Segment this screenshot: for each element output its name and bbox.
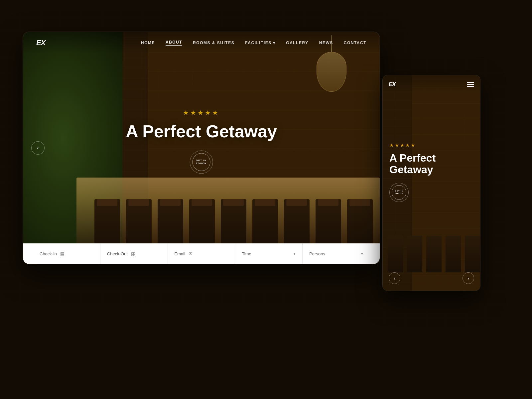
time-label: Time [242, 251, 251, 256]
mobile-cta-label: GET IN TOUCH [392, 189, 406, 196]
mobile-bottom-arrows: ‹ › [383, 272, 480, 284]
mobile-prev-arrow[interactable]: ‹ [389, 272, 400, 284]
mobile-cta-circle: GET IN TOUCH [389, 183, 409, 202]
persons-label: Persons [309, 251, 325, 256]
bar-stool [94, 199, 120, 246]
booking-bar: Check-In ▦ Check-Out ▦ Email ✉ Time ▾ Pe… [23, 243, 380, 264]
checkout-calendar-icon: ▦ [131, 251, 135, 256]
nav-contact[interactable]: CONTACT [344, 41, 366, 45]
mobile-bar-stools [388, 229, 480, 272]
bar-stool [252, 199, 278, 246]
hamburger-line-1 [467, 82, 474, 83]
bar-stools [94, 193, 373, 246]
time-dropdown-icon: ▾ [294, 252, 296, 256]
hamburger-line-3 [467, 86, 474, 87]
bar-stool [221, 199, 246, 246]
desktop-cta-label: GET IN TOUCH [193, 159, 210, 165]
desktop-nav: EX HOME ABOUT ROOMS & SUITES FACILITIES … [23, 32, 380, 54]
persons-dropdown-icon: ▾ [361, 252, 363, 256]
mobile-nav: EX [383, 75, 480, 93]
facilities-dropdown-icon: ▾ [273, 41, 276, 45]
nav-home[interactable]: HOME [141, 41, 155, 45]
mobile-bar-stool [426, 236, 442, 272]
persons-field[interactable]: Persons ▾ [303, 243, 370, 264]
desktop-stars: ★★★★★ [126, 109, 277, 117]
bar-stool [158, 199, 183, 246]
mobile-bar-stool [446, 236, 461, 272]
mobile-cta-circle-inner: GET IN TOUCH [392, 185, 406, 200]
hamburger-menu[interactable] [467, 82, 474, 87]
desktop-cta-circle-inner: GET IN TOUCH [192, 153, 210, 171]
email-icon: ✉ [189, 251, 193, 256]
bar-stool [189, 199, 215, 246]
desktop-nav-links: HOME ABOUT ROOMS & SUITES FACILITIES ▾ G… [141, 40, 366, 46]
desktop-hero-title: A Perfect Getaway [126, 122, 277, 141]
mobile-mockup: EX ★★★★★ A Perfect Getaway GET IN TOUCH … [382, 75, 480, 291]
checkout-field[interactable]: Check-Out ▦ [100, 243, 168, 264]
hamburger-line-2 [467, 84, 474, 85]
checkout-label: Check-Out [107, 251, 128, 256]
nav-facilities[interactable]: FACILITIES ▾ [245, 41, 275, 45]
mobile-next-icon: › [467, 276, 469, 281]
desktop-cta-circle: GET IN TOUCH [190, 151, 213, 174]
mobile-logo: EX [389, 81, 396, 88]
desktop-hero-content: ★★★★★ A Perfect Getaway GET IN TOUCH [126, 109, 277, 174]
prev-arrow-icon: ‹ [37, 145, 39, 151]
nav-news[interactable]: NEWS [319, 41, 333, 45]
nav-rooms-suites[interactable]: ROOMS & SUITES [193, 41, 234, 45]
nav-about[interactable]: ABOUT [166, 40, 182, 46]
chandelier-desktop [317, 52, 346, 92]
desktop-cta-button[interactable]: GET IN TOUCH [126, 151, 277, 174]
mobile-hero-title: A Perfect Getaway [389, 152, 473, 175]
desktop-logo: EX [36, 39, 45, 47]
mobile-prev-icon: ‹ [394, 276, 395, 281]
checkin-field[interactable]: Check-In ▦ [33, 243, 100, 264]
desktop-mockup: EX HOME ABOUT ROOMS & SUITES FACILITIES … [23, 32, 380, 264]
mobile-bar-stool [465, 236, 480, 272]
time-field[interactable]: Time ▾ [235, 243, 303, 264]
mobile-bar-stool [388, 236, 403, 272]
checkin-calendar-icon: ▦ [60, 251, 65, 256]
mobile-hero-content: ★★★★★ A Perfect Getaway GET IN TOUCH [383, 142, 480, 202]
mobile-bar-stool [407, 236, 422, 272]
email-label: Email [175, 251, 186, 256]
checkin-label: Check-In [40, 251, 57, 256]
bar-stool [347, 199, 373, 246]
email-field[interactable]: Email ✉ [168, 243, 235, 264]
mobile-cta-button[interactable]: GET IN TOUCH [389, 183, 409, 202]
desktop-prev-arrow[interactable]: ‹ [31, 141, 45, 155]
nav-gallery[interactable]: GALLERY [286, 41, 308, 45]
bar-stool [126, 199, 152, 246]
mobile-next-arrow[interactable]: › [463, 272, 474, 284]
bar-stool [316, 199, 341, 246]
chandelier-body [317, 52, 346, 92]
bar-stool [284, 199, 310, 246]
mobile-stars: ★★★★★ [389, 142, 473, 148]
